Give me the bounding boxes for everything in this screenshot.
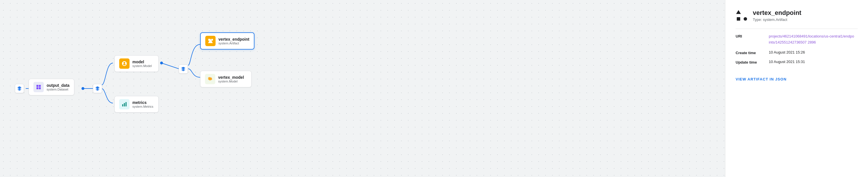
view-json-button[interactable]: VIEW ARTIFACT IN JSON [736, 77, 786, 81]
model-text: model system.Model [132, 59, 152, 68]
vertex-endpoint-node[interactable]: vertex_endpoint system.Artifact [200, 32, 254, 50]
circle-icon [743, 16, 748, 22]
graph-canvas: output_data system.Dataset model system.… [0, 0, 725, 177]
output-data-text: output_data system.Dataset [46, 83, 69, 91]
svg-point-1 [160, 61, 163, 65]
metrics-text: metrics system.Metrics [132, 100, 153, 108]
model-icon [119, 58, 129, 69]
metrics-node[interactable]: metrics system.Metrics [114, 96, 159, 112]
uri-link[interactable]: projects/462141068491/locations/us-centr… [769, 33, 855, 46]
detail-divider [736, 29, 858, 29]
vertex-endpoint-icon [205, 36, 216, 46]
svg-point-0 [82, 87, 84, 90]
vertex-model-icon [205, 74, 215, 84]
svg-point-14 [744, 17, 747, 21]
dataset-icon [33, 82, 44, 92]
update-time-value: 10 August 2021 15:31 [769, 59, 858, 64]
view-json-container: VIEW ARTIFACT IN JSON [736, 73, 858, 82]
detail-panel: vertex_endpoint Type: system.Artifact UR… [725, 0, 868, 177]
connections-svg [0, 0, 725, 177]
vertex-model-node[interactable]: vertex_model system.Model [200, 71, 252, 87]
update-time-label: Update time [736, 59, 764, 65]
detail-title-group: vertex_endpoint Type: system.Artifact [753, 9, 801, 22]
update-time-row: Update time 10 August 2021 15:31 [736, 59, 858, 65]
svg-rect-13 [737, 17, 740, 21]
svg-rect-8 [125, 102, 126, 106]
svg-rect-5 [39, 87, 41, 90]
svg-rect-2 [37, 85, 39, 87]
detail-icon-bottom-row [736, 16, 748, 22]
detail-type: Type: system.Artifact [753, 18, 801, 22]
square-icon [736, 16, 741, 22]
triangle-icon [736, 9, 741, 15]
detail-header: vertex_endpoint Type: system.Artifact [736, 9, 858, 22]
svg-rect-10 [209, 39, 210, 41]
source-node[interactable] [15, 84, 24, 93]
detail-icon-top-row [736, 9, 748, 15]
vertex-endpoint-text: vertex_endpoint system.Artifact [218, 37, 249, 45]
svg-marker-12 [736, 10, 741, 14]
svg-rect-7 [124, 103, 125, 106]
svg-rect-4 [37, 87, 39, 90]
uri-row: URI projects/462141068491/locations/us-c… [736, 33, 858, 46]
svg-rect-6 [122, 104, 123, 106]
detail-icon-group [736, 9, 748, 22]
uri-label: URI [736, 33, 764, 39]
vertex-model-text: vertex_model system.Model [218, 75, 244, 83]
create-time-label: Create time [736, 50, 764, 55]
connector1-node[interactable] [93, 84, 102, 93]
svg-point-11 [211, 39, 213, 41]
output-data-node[interactable]: output_data system.Dataset [29, 79, 74, 95]
svg-rect-3 [39, 85, 41, 87]
detail-title: vertex_endpoint [753, 9, 801, 17]
create-time-row: Create time 10 August 2021 15:26 [736, 50, 858, 55]
metrics-icon [119, 99, 129, 109]
model-node[interactable]: model system.Model [114, 55, 159, 72]
connector2-node[interactable] [179, 65, 188, 74]
create-time-value: 10 August 2021 15:26 [769, 50, 858, 54]
